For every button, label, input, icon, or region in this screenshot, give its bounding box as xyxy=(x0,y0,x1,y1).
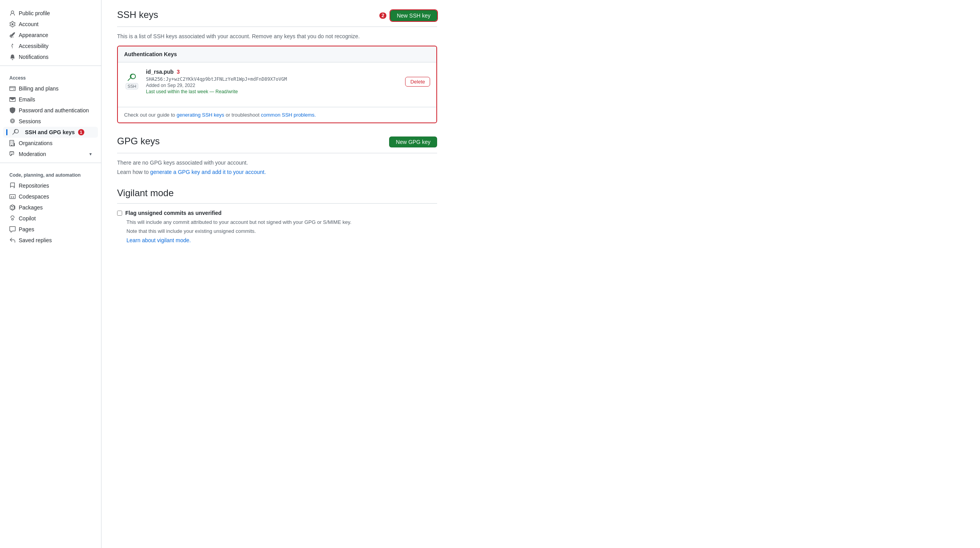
new-gpg-key-button[interactable]: New GPG key xyxy=(389,137,437,147)
sidebar-item-organizations[interactable]: Organizations xyxy=(3,138,98,149)
ssh-key-icon-wrap: SSH xyxy=(124,74,140,89)
guide-text: Check out our guide to generating SSH ke… xyxy=(118,107,436,122)
gpg-section: GPG keys New GPG key There are no GPG ke… xyxy=(117,136,437,175)
credit-card-icon xyxy=(9,85,16,92)
ssh-description: This is a list of SSH keys associated wi… xyxy=(117,33,437,39)
chevron-icon: ▾ xyxy=(89,151,92,157)
ssh-section: SSH keys 2 New SSH key This is a list of… xyxy=(117,9,437,123)
ssh-badge: 1 xyxy=(78,129,84,135)
sidebar-item-pages[interactable]: Pages xyxy=(3,224,98,235)
shield-icon xyxy=(9,107,16,114)
sidebar-item-label: Account xyxy=(19,21,39,27)
paintbrush-icon xyxy=(9,32,16,38)
sidebar-item-label: Packages xyxy=(19,204,43,211)
person-icon xyxy=(9,10,16,16)
sidebar-item-label: Sessions xyxy=(19,118,41,124)
sidebar-item-copilot[interactable]: Copilot xyxy=(3,213,98,224)
sidebar-item-label: Emails xyxy=(19,96,35,103)
section-label-code: Code, planning, and automation xyxy=(0,166,101,180)
pages-icon xyxy=(9,226,16,232)
vigilant-checkbox-label[interactable]: Flag unsigned commits as unverified xyxy=(125,210,222,216)
sidebar-item-saved-replies[interactable]: Saved replies xyxy=(3,235,98,246)
ssh-title: SSH keys xyxy=(117,9,158,20)
sidebar-item-label: Appearance xyxy=(19,32,48,38)
sidebar-item-public-profile[interactable]: Public profile xyxy=(3,8,98,19)
generating-ssh-keys-link[interactable]: generating SSH keys xyxy=(176,112,224,118)
delete-key-button[interactable]: Delete xyxy=(405,77,430,87)
sidebar-item-packages[interactable]: Packages xyxy=(3,202,98,213)
comment-icon xyxy=(9,151,16,157)
reply-icon xyxy=(9,237,16,243)
auth-keys-header: Authentication Keys xyxy=(118,46,436,62)
sidebar-item-label: Codespaces xyxy=(19,193,49,200)
common-ssh-problems-link[interactable]: common SSH problems. xyxy=(261,112,316,118)
broadcast-icon xyxy=(9,118,16,124)
sidebar-item-label: Saved replies xyxy=(19,237,52,243)
sidebar-item-label: Moderation xyxy=(19,151,46,157)
ssh-key-added: Added on Sep 29, 2022 xyxy=(146,83,399,88)
sidebar-item-repositories[interactable]: Repositories xyxy=(3,180,98,191)
sidebar-item-label: Copilot xyxy=(19,215,36,222)
sidebar-item-label: SSH and GPG keys xyxy=(25,129,75,135)
repo-icon xyxy=(9,183,16,189)
gpg-title: GPG keys xyxy=(117,136,160,147)
vigilant-checkbox[interactable] xyxy=(117,211,122,216)
sidebar-item-password[interactable]: Password and authentication xyxy=(3,105,98,116)
main-content: SSH keys 2 New SSH key This is a list of… xyxy=(101,0,453,548)
vigilant-desc-2: Note that this will include your existin… xyxy=(126,228,437,234)
ssh-key-used: Last used within the last week — Read/wr… xyxy=(146,89,399,94)
ssh-key-hash: SHA256:Jy+wzC2YKkV4qp9btJFNLzYeR1WpJ+mdF… xyxy=(146,76,399,82)
sidebar-item-label: Accessibility xyxy=(19,43,48,49)
key-large-icon xyxy=(126,74,138,82)
key-icon xyxy=(12,129,19,135)
vigilant-mode-link[interactable]: Learn about vigilant mode. xyxy=(126,237,191,243)
no-gpg-keys-text: There are no GPG keys associated with yo… xyxy=(117,160,437,166)
bell-icon xyxy=(9,54,16,60)
sidebar-item-label: Pages xyxy=(19,226,34,232)
accessibility-icon xyxy=(9,43,16,49)
vigilant-section: Vigilant mode Flag unsigned commits as u… xyxy=(117,188,437,243)
sidebar-item-billing[interactable]: Billing and plans xyxy=(3,83,98,94)
auth-keys-container: Authentication Keys SSH id_rsa.pub 3 SH xyxy=(117,46,437,123)
sidebar-item-label: Password and authentication xyxy=(19,107,89,114)
gear-icon xyxy=(9,21,16,27)
sidebar-item-account[interactable]: Account xyxy=(3,19,98,30)
ssh-key-name-text: id_rsa.pub xyxy=(146,69,174,75)
vigilant-desc-1: This will include any commit attributed … xyxy=(126,219,437,225)
vigilant-title: Vigilant mode xyxy=(117,188,437,199)
ssh-key-number-badge: 3 xyxy=(177,69,180,75)
sidebar-item-accessibility[interactable]: Accessibility xyxy=(3,41,98,51)
ssh-label-badge: SSH xyxy=(126,83,139,89)
generate-gpg-link[interactable]: generate a GPG key and add it to your ac… xyxy=(150,169,266,175)
sidebar-item-ssh-gpg[interactable]: SSH and GPG keys 1 xyxy=(3,127,98,138)
sidebar-item-notifications[interactable]: Notifications xyxy=(3,51,98,62)
package-icon xyxy=(9,204,16,211)
sidebar-item-moderation[interactable]: Moderation ▾ xyxy=(3,149,98,160)
copilot-icon xyxy=(9,215,16,222)
sidebar-item-label: Repositories xyxy=(19,183,49,189)
sidebar-item-label: Billing and plans xyxy=(19,85,59,92)
auth-keys-box: Authentication Keys SSH id_rsa.pub 3 SH xyxy=(118,46,436,101)
ssh-count-badge: 2 xyxy=(379,12,386,19)
gpg-learn-text: Learn how to generate a GPG key and add … xyxy=(117,169,437,175)
sidebar-item-appearance[interactable]: Appearance xyxy=(3,30,98,41)
sidebar: Public profile Account Appearance Access… xyxy=(0,0,101,548)
sidebar-item-label: Notifications xyxy=(19,54,48,60)
ssh-key-info: id_rsa.pub 3 SHA256:Jy+wzC2YKkV4qp9btJFN… xyxy=(146,69,399,94)
org-icon xyxy=(9,140,16,146)
sidebar-item-emails[interactable]: Emails xyxy=(3,94,98,105)
section-label-access: Access xyxy=(0,69,101,83)
sidebar-item-codespaces[interactable]: Codespaces xyxy=(3,191,98,202)
codespace-icon xyxy=(9,193,16,200)
sidebar-item-label: Public profile xyxy=(19,10,50,16)
sidebar-item-sessions[interactable]: Sessions xyxy=(3,116,98,127)
new-ssh-key-button[interactable]: New SSH key xyxy=(390,10,437,21)
mail-icon xyxy=(9,96,16,103)
sidebar-item-label: Organizations xyxy=(19,140,52,146)
